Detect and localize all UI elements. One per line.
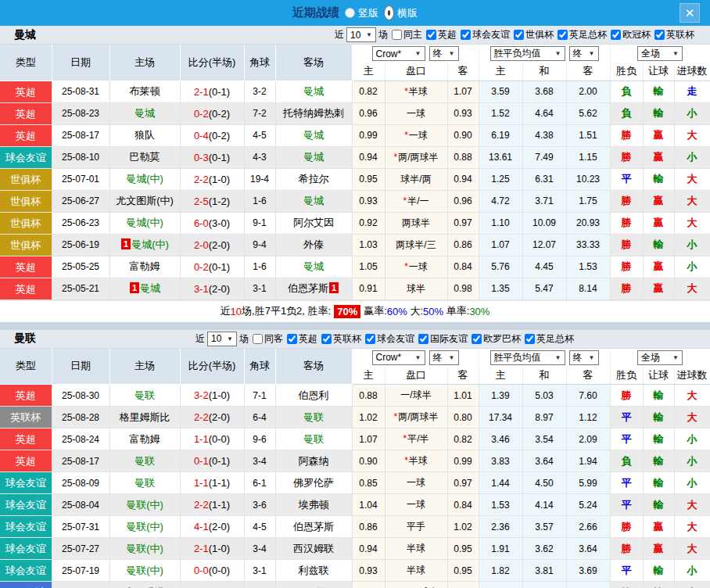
handicap-value: 半/一	[407, 195, 429, 206]
avg-odds-select[interactable]: 胜平负均值 ▼	[490, 46, 565, 61]
summary-segment: 30%	[469, 306, 489, 317]
handicap-cell: 半球	[385, 538, 447, 560]
radio-horizontal-layout[interactable]: 横版	[384, 5, 418, 20]
home-odds-cell: 0.86	[352, 582, 385, 588]
team-label: 曼联	[303, 411, 324, 423]
league-filter[interactable]: 球会友谊	[457, 28, 510, 41]
avg-draw-cell: 5.47	[522, 278, 566, 299]
final-avg-select[interactable]: 终 ▼	[569, 46, 599, 61]
team-label: 曼联	[134, 455, 155, 467]
league-filter-checkbox[interactable]	[525, 334, 535, 344]
team-label: 伯恩茅斯	[293, 521, 334, 532]
scope-group-header: 全场 ▼	[610, 45, 710, 63]
star-marker: *	[403, 433, 407, 444]
league-badge: 球会友谊	[0, 516, 52, 537]
league-filter-checkbox[interactable]	[514, 30, 524, 40]
avg-away-cell: 3.64	[566, 538, 610, 560]
league-filter-checkbox[interactable]	[611, 30, 621, 40]
summary-bar: 近10场,胜7平1负2, 胜率:70%赢率:60% 大:50% 单率:30%	[0, 300, 710, 322]
chevron-down-icon: ▼	[449, 354, 455, 361]
same-venue-checkbox[interactable]	[392, 30, 402, 40]
league-badge: 国际友谊	[0, 582, 52, 588]
same-venue-filter[interactable]: 同客	[249, 332, 283, 346]
games-count-select[interactable]: 10▼	[207, 332, 237, 346]
league-filter[interactable]: 英联杯	[317, 332, 361, 346]
league-filter-checkbox[interactable]	[287, 334, 297, 344]
league-badge: 英超	[0, 450, 52, 471]
league-filter-checkbox[interactable]	[426, 30, 436, 40]
league-filter[interactable]: 英超	[422, 28, 457, 41]
match-scope-select[interactable]: 全场 ▼	[637, 46, 683, 61]
league-filter[interactable]: 国际友谊	[414, 332, 468, 346]
radio-vertical-layout[interactable]: 竖版	[345, 6, 378, 20]
league-filter[interactable]: 世俱杯	[510, 28, 554, 41]
handicap-cell: *平/半	[385, 428, 447, 450]
league-filter[interactable]: 球会友谊	[361, 332, 414, 346]
same-venue-filter[interactable]: 同主	[388, 28, 422, 41]
date-cell: 25-08-10	[52, 146, 109, 168]
league-filter[interactable]: 英超	[283, 332, 317, 346]
goals-result-cell-value: 大	[687, 389, 697, 401]
league-filter-label: 英超	[438, 28, 457, 41]
subcol-goals: 进球数	[674, 367, 710, 385]
match-scope-select[interactable]: 全场 ▼	[637, 350, 683, 365]
avg-odds-select[interactable]: 胜平负均值 ▼	[490, 350, 565, 365]
chevron-down-icon: ▼	[672, 354, 679, 361]
goals-result-cell: 大	[674, 407, 710, 428]
away-team-cell: 希拉尔	[275, 168, 352, 190]
league-filter[interactable]: 欧冠杯	[607, 28, 651, 41]
col-header-date: 日期	[52, 45, 109, 81]
corner-cell: 19-4	[244, 168, 275, 190]
final-avg-select[interactable]: 终 ▼	[569, 350, 599, 365]
league-filter-checkbox[interactable]	[365, 334, 375, 344]
games-count-select[interactable]: 10▼	[346, 27, 376, 42]
league-filter[interactable]: 英足总杯	[554, 28, 607, 41]
final-select-value: 终	[573, 351, 583, 364]
let-goal-result-cell-value: 輸	[654, 85, 664, 97]
league-filter[interactable]: 英足总杯	[521, 332, 574, 346]
bookmaker-select[interactable]: Crow* ▼	[372, 46, 425, 61]
result-cell: 負	[610, 102, 643, 124]
halftime-score: (0-1)	[209, 261, 230, 273]
scope-group-header: 全场 ▼	[610, 349, 710, 367]
avg-away-cell: 5.62	[566, 102, 610, 124]
league-filter-checkbox[interactable]	[321, 334, 332, 344]
avg-home-cell: 1.53	[479, 494, 522, 516]
home-team-cell: 曼城(中)	[109, 212, 180, 234]
handicap-value: 一球	[409, 130, 428, 141]
match-row: 英超25-08-31布莱顿2-1(0-1)3-2曼城0.82*半球1.073.5…	[0, 81, 710, 102]
league-badge: 英超	[0, 125, 52, 146]
final-odds-select[interactable]: 终 ▼	[429, 350, 459, 365]
match-row: 英超25-08-24富勒姆1-1(0-0)9-6曼联1.07*平/半0.823.…	[0, 428, 710, 450]
league-filter-checkbox[interactable]	[558, 30, 568, 40]
league-filter-checkbox[interactable]	[461, 30, 471, 40]
col-header-score: 比分(半场)	[180, 349, 244, 385]
league-badge: 英联杯	[0, 407, 52, 428]
league-filter[interactable]: 英联杯	[651, 28, 694, 41]
avg-away-cell: 7.60	[566, 385, 610, 407]
subcol-goals: 进球数	[674, 63, 710, 81]
league-filter[interactable]: 欧罗巴杯	[468, 332, 521, 346]
league-filter-checkbox[interactable]	[418, 334, 429, 344]
handicap-value: 平手	[407, 521, 425, 532]
away-team-cell: 曼城	[275, 124, 352, 146]
corner-cell: 3-1	[244, 560, 275, 582]
league-filter-checkbox[interactable]	[654, 30, 665, 40]
away-team-cell: 外傣	[275, 234, 352, 256]
close-icon[interactable]: ✕	[680, 3, 700, 23]
avg-away-cell: 1.94	[566, 450, 610, 472]
team-label: 曼联	[134, 477, 155, 489]
result-cell: 平	[610, 560, 643, 582]
final-odds-select[interactable]: 终 ▼	[429, 46, 459, 61]
score-cell: 2-2(1-1)	[180, 494, 244, 516]
corner-cell: 6-4	[244, 407, 275, 428]
team-label: 曼城(中)	[126, 217, 163, 228]
away-odds-cell: 0.96	[447, 190, 479, 212]
bookmaker-select[interactable]: Crow* ▼	[372, 350, 425, 365]
result-cell-value: 平	[622, 499, 632, 511]
avg-draw-cell: 3.64	[522, 450, 566, 472]
league-filter-checkbox[interactable]	[472, 334, 482, 344]
same-venue-checkbox[interactable]	[253, 334, 263, 344]
summary-segment: 赢率:	[364, 304, 387, 318]
team-label: 阿森纳	[299, 455, 329, 467]
